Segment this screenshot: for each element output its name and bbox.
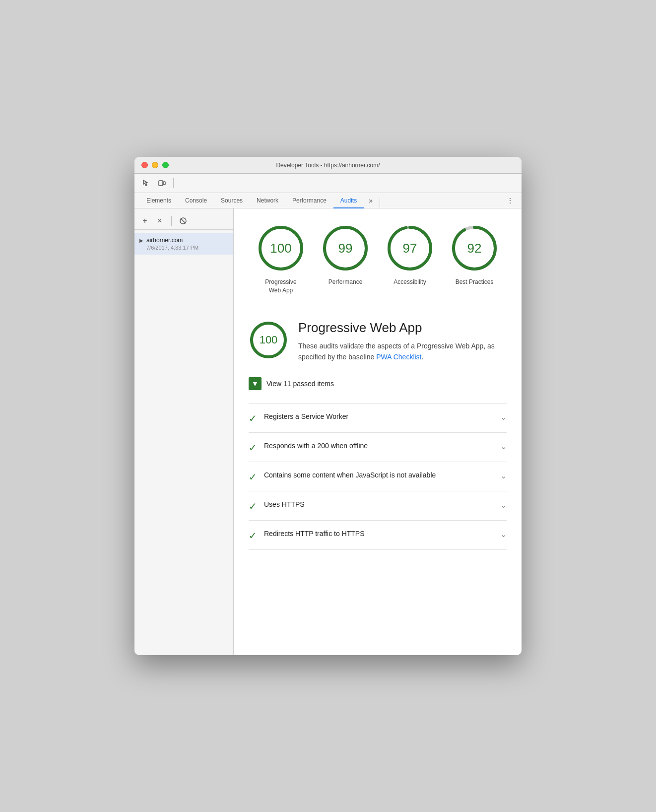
audit-item: ✓ Redirects HTTP traffic to HTTPS ⌄ (249, 521, 507, 550)
chevron-down-icon: ▼ (252, 380, 259, 387)
pwa-score-number: 100 (260, 334, 278, 346)
score-circle: 100 (256, 223, 306, 273)
pwa-checklist-link[interactable]: PWA Checklist (376, 353, 421, 361)
check-icon: ✓ (249, 500, 257, 512)
scores-section: 100 Progressive Web App 99 Performance (234, 208, 522, 305)
sidebar-item-title: airhorner.com (146, 237, 198, 244)
check-icon: ✓ (249, 471, 257, 483)
audit-item-text: Uses HTTPS (264, 499, 493, 510)
audit-item-text: Redirects HTTP traffic to HTTPS (264, 529, 493, 539)
audit-item: ✓ Contains some content when JavaScript … (249, 462, 507, 491)
sidebar-toolbar: + × (134, 212, 233, 230)
sidebar-item-info: airhorner.com 7/6/2017, 4:33:17 PM (146, 237, 198, 251)
pwa-title: Progressive Web App (298, 320, 507, 336)
pwa-header: 100 Progressive Web App These audits val… (249, 320, 507, 363)
score-number: 92 (467, 241, 482, 256)
check-icon: ✓ (249, 412, 257, 424)
audit-expand-icon[interactable]: ⌄ (500, 442, 507, 451)
audit-item-text: Registers a Service Worker (264, 411, 493, 422)
traffic-lights (141, 162, 169, 168)
score-circle: 92 (450, 223, 499, 273)
toolbar (134, 174, 522, 193)
pwa-description-end: . (422, 353, 424, 361)
sidebar-add-button[interactable]: + (139, 215, 150, 226)
score-circle: 99 (321, 223, 370, 273)
devtools-window: Developer Tools - https://airhorner.com/… (134, 157, 522, 655)
pwa-score-circle: 100 (249, 320, 288, 360)
audit-list: ✓ Registers a Service Worker ⌄ ✓ Respond… (249, 403, 507, 550)
check-icon: ✓ (249, 442, 257, 454)
passed-icon: ▼ (249, 377, 262, 390)
toolbar-divider (173, 178, 174, 188)
sidebar-item-airhorner[interactable]: ▶ airhorner.com 7/6/2017, 4:33:17 PM (134, 233, 233, 255)
tab-more-button[interactable]: » (364, 193, 378, 208)
score-label: Accessibility (394, 278, 426, 286)
score-item: 99 Performance (321, 223, 370, 286)
view-passed-button[interactable]: ▼ View 11 passed items (249, 372, 507, 395)
main-layout: + × ▶ airhorner.com 7/6/2017, 4:33:17 PM (134, 208, 522, 655)
close-button[interactable] (141, 162, 148, 168)
tab-divider (380, 198, 380, 208)
svg-rect-0 (159, 181, 163, 186)
pwa-section: 100 Progressive Web App These audits val… (234, 305, 522, 560)
tab-elements[interactable]: Elements (139, 194, 178, 208)
minimize-button[interactable] (152, 162, 158, 168)
tab-audits[interactable]: Audits (333, 194, 364, 208)
score-label: Progressive Web App (259, 278, 303, 295)
sidebar: + × ▶ airhorner.com 7/6/2017, 4:33:17 PM (134, 208, 234, 655)
device-icon[interactable] (155, 177, 168, 190)
tab-bar: Elements Console Sources Network Perform… (134, 193, 522, 208)
score-number: 97 (403, 241, 417, 256)
audit-item: ✓ Registers a Service Worker ⌄ (249, 404, 507, 433)
score-circle: 97 (385, 223, 435, 273)
inspect-icon[interactable] (139, 177, 152, 190)
score-item: 92 Best Practices (450, 223, 499, 286)
audit-item: ✓ Responds with a 200 when offline ⌄ (249, 433, 507, 462)
tab-performance[interactable]: Performance (285, 194, 333, 208)
score-number: 99 (338, 241, 353, 256)
content-area: 100 Progressive Web App 99 Performance (234, 208, 522, 655)
tab-network[interactable]: Network (250, 194, 285, 208)
tab-console[interactable]: Console (178, 194, 214, 208)
score-item: 100 Progressive Web App (256, 223, 306, 295)
sidebar-close-button[interactable]: × (154, 215, 165, 226)
svg-line-4 (181, 218, 186, 223)
pwa-description: These audits validate the aspects of a P… (298, 340, 507, 363)
audit-expand-icon[interactable]: ⌄ (500, 500, 507, 510)
audit-item-text: Contains some content when JavaScript is… (264, 470, 493, 480)
maximize-button[interactable] (162, 162, 169, 168)
window-title: Developer Tools - https://airhorner.com/ (276, 162, 380, 169)
tab-sources[interactable]: Sources (214, 194, 250, 208)
svg-rect-1 (163, 182, 165, 185)
audit-expand-icon[interactable]: ⌄ (500, 412, 507, 422)
title-bar: Developer Tools - https://airhorner.com/ (134, 157, 522, 174)
devtools-menu-button[interactable]: ⋮ (504, 193, 517, 208)
sidebar-item-triangle: ▶ (139, 238, 143, 243)
audit-expand-icon[interactable]: ⌄ (500, 530, 507, 539)
audit-item-text: Responds with a 200 when offline (264, 441, 493, 451)
check-icon: ✓ (249, 530, 257, 541)
score-number: 100 (270, 241, 291, 256)
audit-expand-icon[interactable]: ⌄ (500, 471, 507, 480)
score-label: Performance (328, 278, 363, 286)
pwa-info: Progressive Web App These audits validat… (298, 320, 507, 363)
sidebar-item-subtitle: 7/6/2017, 4:33:17 PM (146, 245, 198, 251)
sidebar-toolbar-divider (171, 216, 172, 226)
score-label: Best Practices (456, 278, 494, 286)
audit-item: ✓ Uses HTTPS ⌄ (249, 491, 507, 521)
view-passed-text: View 11 passed items (266, 380, 334, 388)
score-item: 97 Accessibility (385, 223, 435, 286)
sidebar-block-button[interactable] (178, 215, 189, 226)
